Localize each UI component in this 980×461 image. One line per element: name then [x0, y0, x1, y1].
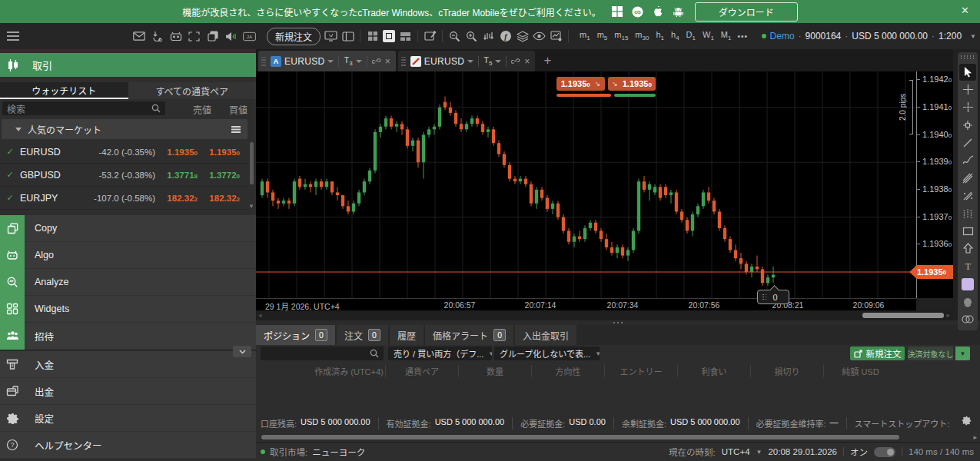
- list-icon[interactable]: [231, 125, 241, 134]
- box-target-tool-icon[interactable]: [959, 117, 976, 134]
- fibonacci-tool-icon[interactable]: [959, 187, 976, 204]
- bot-icon[interactable]: [169, 30, 182, 43]
- single-view-icon[interactable]: [383, 30, 395, 42]
- symbol-caret-icon[interactable]: [467, 60, 473, 63]
- close-tab-icon[interactable]: ×: [385, 56, 390, 67]
- watchlist-scrollbar[interactable]: [250, 142, 254, 184]
- multi-line-tool-icon[interactable]: [959, 170, 976, 187]
- copy-layout-icon[interactable]: [206, 30, 219, 43]
- ellipse-tool-icon[interactable]: [959, 294, 976, 310]
- scrollbar-thumb[interactable]: [261, 435, 899, 439]
- color-swatch-tool-icon[interactable]: [959, 276, 976, 293]
- sell-price[interactable]: 1.37718: [155, 171, 198, 180]
- sidebar-item-widgets[interactable]: Widgets: [0, 296, 256, 323]
- column-header[interactable]: 数量: [459, 365, 532, 377]
- buy-price[interactable]: 1.37720: [198, 171, 240, 180]
- menu-icon[interactable]: [6, 31, 22, 41]
- zoom-in-icon[interactable]: [465, 30, 478, 43]
- price-axis[interactable]: 1.194201.194101.194001.193901.193801.193…: [916, 71, 953, 298]
- close-icon[interactable]: ✕: [961, 5, 969, 16]
- timezone[interactable]: UTC+4: [722, 447, 750, 456]
- scroll-right-icon[interactable]: ▸: [946, 311, 950, 319]
- download-button[interactable]: ダウンロード: [695, 2, 798, 22]
- split-view-icon[interactable]: [399, 30, 412, 43]
- scrollbar-thumb[interactable]: [862, 313, 944, 318]
- freehand-tool-icon[interactable]: [959, 152, 976, 169]
- tab-watchlist[interactable]: ウォッチリスト: [0, 82, 128, 99]
- text-tool-icon[interactable]: T: [959, 258, 976, 275]
- new-order-button[interactable]: 新規注文: [267, 28, 321, 45]
- position-marker[interactable]: 0: [757, 290, 789, 304]
- sound-icon[interactable]: [224, 30, 238, 43]
- scroll-left-icon[interactable]: ◂: [258, 311, 262, 319]
- collapse-button[interactable]: [233, 346, 251, 357]
- column-header[interactable]: 通貨ペア: [386, 365, 459, 377]
- new-order-button-bottom[interactable]: 新規注文: [850, 347, 905, 360]
- timeframe-m5[interactable]: m5: [595, 28, 610, 43]
- sidebar-item-algo[interactable]: Algo: [0, 242, 256, 269]
- mail-icon[interactable]: [132, 30, 145, 43]
- pointer-settings-icon[interactable]: [151, 30, 164, 43]
- group-filter-dropdown[interactable]: グループ化しないで表...▼: [494, 347, 600, 360]
- timeframe-m30[interactable]: m30: [633, 28, 651, 43]
- tick-chart-icon[interactable]: [482, 30, 495, 43]
- bottom-tab-3[interactable]: 価格アラート0: [425, 325, 513, 345]
- indicators-icon[interactable]: f: [499, 30, 512, 43]
- scroll-down-icon[interactable]: ▼: [248, 203, 254, 210]
- panel-scrollbar[interactable]: ▸: [256, 433, 980, 441]
- tab-all-pairs[interactable]: すべての通貨ペア: [128, 82, 257, 99]
- timeframe-h4[interactable]: h4: [669, 28, 682, 43]
- dot-crosshair-tool-icon[interactable]: [959, 99, 976, 116]
- sidebar-item-出金[interactable]: 出金: [0, 378, 256, 405]
- chart-tab-1[interactable]: A EURUSD T3 ×: [258, 51, 396, 71]
- drag-handle-icon[interactable]: [261, 57, 266, 66]
- screen-share-icon[interactable]: [324, 30, 337, 43]
- zoom-out-icon[interactable]: [448, 30, 461, 43]
- sidebar-item-analyze[interactable]: Analyze: [0, 269, 256, 296]
- pattern-bars-tool-icon[interactable]: [959, 205, 976, 222]
- watchlist-row[interactable]: ✓ EURUSD -42.0 (-0.35%) 1.19350 1.19350: [0, 141, 247, 164]
- layers-icon[interactable]: [516, 30, 529, 43]
- column-header[interactable]: 方向性: [532, 365, 605, 377]
- close-target-caret[interactable]: ▼: [955, 347, 970, 360]
- sidebar-toggle-icon[interactable]: [341, 30, 354, 43]
- tf-caret-icon[interactable]: [495, 60, 501, 63]
- bottom-tab-2[interactable]: 履歴: [390, 325, 424, 345]
- timeframe-selector[interactable]: T3: [344, 55, 352, 67]
- buy-price[interactable]: 1.19350: [198, 148, 240, 157]
- scroll-right-icon[interactable]: ▸: [973, 433, 977, 441]
- sell-price[interactable]: 1.19350: [155, 148, 198, 157]
- trend-line-tool-icon[interactable]: [959, 134, 976, 151]
- chart-scrollbar[interactable]: ◂ ▸: [256, 310, 953, 320]
- more-timeframes[interactable]: •••: [737, 32, 748, 41]
- account-info[interactable]: Demo · 9000164 · USD 5 000 000.00 · 1:20…: [762, 31, 980, 41]
- column-header[interactable]: 利食い: [678, 365, 751, 377]
- bottom-tab-1[interactable]: 注文0: [337, 325, 388, 345]
- sidebar-item-入金[interactable]: 入金: [0, 351, 256, 378]
- sidebar-item-設定[interactable]: 設定: [0, 405, 256, 432]
- timeframe-W1[interactable]: W1: [700, 28, 716, 43]
- account-caret-icon[interactable]: ▼: [970, 33, 976, 40]
- search-input[interactable]: 検索: [2, 101, 165, 115]
- sell-price[interactable]: 182.322: [155, 194, 198, 203]
- chart-tab-2[interactable]: EURUSD T5 ×: [398, 51, 536, 71]
- panel-drag-handle[interactable]: [961, 55, 975, 59]
- add-chart-icon[interactable]: +: [543, 53, 551, 68]
- chart-options-icon[interactable]: [550, 30, 563, 43]
- sidebar-item-ヘルプセンター[interactable]: ?ヘルプセンター: [0, 432, 256, 459]
- close-tab-icon[interactable]: ×: [524, 56, 530, 67]
- column-header[interactable]: 損切り: [751, 365, 824, 377]
- timeframe-M1[interactable]: M1: [719, 28, 734, 43]
- language-icon[interactable]: JA: [243, 30, 256, 43]
- symbol-caret-icon[interactable]: [327, 60, 334, 63]
- link-icon[interactable]: [372, 57, 381, 66]
- sell-button[interactable]: 1.19350 ↘: [556, 77, 605, 91]
- chart-canvas[interactable]: 1.19350 ↘ ↘ 1.19350 2.0 pips: [256, 71, 916, 298]
- column-header[interactable]: 純額 USD: [824, 365, 897, 377]
- camera-tool-icon[interactable]: [959, 311, 976, 328]
- timezone-caret-icon[interactable]: ▼: [756, 449, 762, 456]
- sidebar-item-招待[interactable]: 招待: [0, 323, 256, 350]
- tf-caret-icon[interactable]: [356, 60, 362, 63]
- fullscreen-icon[interactable]: [188, 30, 201, 43]
- arrow-shape-tool-icon[interactable]: [959, 240, 976, 257]
